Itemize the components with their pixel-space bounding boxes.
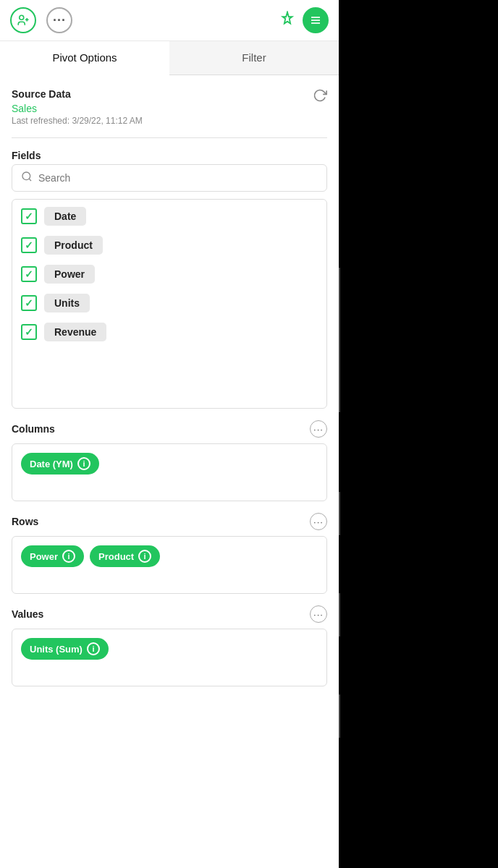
row-tag-power[interactable]: Power i <box>21 545 84 567</box>
v-bar-1 <box>339 268 340 412</box>
field-tag-date: Date <box>44 207 86 226</box>
checkbox-date[interactable]: ✓ <box>21 208 37 224</box>
fields-section: Fields ✓ Date <box>12 150 327 409</box>
checkbox-product[interactable]: ✓ <box>21 237 37 253</box>
pin-icon[interactable] <box>279 11 295 30</box>
field-item-revenue[interactable]: ✓ Revenue <box>21 323 318 341</box>
header-right-icons <box>279 7 329 33</box>
source-data-section: Source Data Sales Last refreshed: 3/29/2… <box>12 88 327 126</box>
columns-label: Columns <box>12 423 55 435</box>
field-tag-units: Units <box>44 294 90 312</box>
v-bar-4 <box>339 694 340 738</box>
tab-pivot-options[interactable]: Pivot Options <box>0 41 169 75</box>
rows-drop-zone[interactable]: Power i Product i <box>12 536 327 594</box>
rows-more-button[interactable]: ··· <box>310 513 327 530</box>
v-bar-3 <box>339 593 340 637</box>
values-drop-zone[interactable]: Units (Sum) i <box>12 629 327 686</box>
values-section: Values ··· Units (Sum) i <box>12 605 327 686</box>
add-user-button[interactable] <box>10 7 36 33</box>
search-box[interactable] <box>12 164 327 192</box>
field-item-units[interactable]: ✓ Units <box>21 294 318 312</box>
field-tag-power: Power <box>44 265 95 284</box>
svg-line-7 <box>29 179 31 181</box>
row-tag-product[interactable]: Product i <box>90 545 160 567</box>
columns-more-button[interactable]: ··· <box>310 420 327 438</box>
columns-drop-zone[interactable]: Date (YM) i <box>12 443 327 501</box>
checkbox-units[interactable]: ✓ <box>21 295 37 311</box>
search-icon <box>21 171 33 185</box>
svg-point-0 <box>20 15 24 20</box>
last-refreshed: Last refreshed: 3/29/22, 11:12 AM <box>12 116 143 126</box>
fields-list: ✓ Date ✓ Product ✓ Power <box>12 199 327 409</box>
field-item-product[interactable]: ✓ Product <box>21 236 318 255</box>
tabs: Pivot Options Filter <box>0 41 339 75</box>
info-icon-units-sum[interactable]: i <box>87 642 100 655</box>
field-item-power[interactable]: ✓ Power <box>21 265 318 284</box>
info-icon-date-ym[interactable]: i <box>77 457 90 470</box>
menu-button[interactable] <box>303 7 329 33</box>
content-area: Source Data Sales Last refreshed: 3/29/2… <box>0 75 339 868</box>
right-panel <box>339 0 498 868</box>
tab-filter[interactable]: Filter <box>169 41 339 75</box>
rows-label: Rows <box>12 516 38 527</box>
field-item-date[interactable]: ✓ Date <box>21 207 318 226</box>
source-data-label: Source Data <box>12 88 143 100</box>
header-left-icons: ··· <box>10 7 271 33</box>
values-label: Values <box>12 608 43 620</box>
checkbox-revenue[interactable]: ✓ <box>21 324 37 340</box>
field-tag-product: Product <box>44 236 103 255</box>
columns-section: Columns ··· Date (YM) i <box>12 420 327 501</box>
more-options-button[interactable]: ··· <box>46 7 72 33</box>
divider-1 <box>12 137 327 138</box>
field-tag-revenue: Revenue <box>44 323 106 341</box>
checkbox-power[interactable]: ✓ <box>21 266 37 282</box>
fields-label: Fields <box>12 150 327 161</box>
rows-section: Rows ··· Power i Product i <box>12 513 327 594</box>
column-tag-date-ym[interactable]: Date (YM) i <box>21 453 99 475</box>
source-data-link[interactable]: Sales <box>12 103 143 114</box>
search-input[interactable] <box>38 172 318 184</box>
header: ··· <box>0 0 339 41</box>
values-more-button[interactable]: ··· <box>310 605 327 623</box>
svg-point-6 <box>22 172 30 180</box>
info-icon-power[interactable]: i <box>62 550 75 563</box>
v-bar-2 <box>339 492 340 535</box>
info-icon-product[interactable]: i <box>138 550 151 563</box>
value-tag-units-sum[interactable]: Units (Sum) i <box>21 638 109 660</box>
refresh-button[interactable] <box>313 88 327 106</box>
